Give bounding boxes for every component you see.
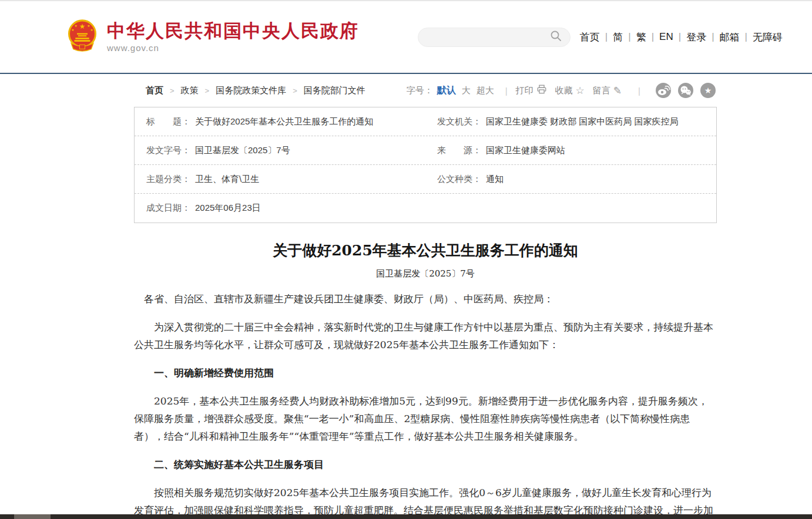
- section-heading: 一、明确新增经费使用范围: [134, 364, 717, 382]
- breadcrumb-separator: >: [205, 86, 210, 95]
- comment-label: 留言: [593, 85, 610, 96]
- font-size-option-2[interactable]: 超大: [477, 85, 494, 95]
- pencil-icon: ✎: [613, 85, 622, 97]
- document-body: 各省、自治区、直辖市及新疆生产建设兵团卫生健康委、财政厅（局）、中医药局、疾控局…: [134, 290, 717, 519]
- breadcrumb-item-2[interactable]: 国务院政策文件库: [216, 85, 286, 96]
- nav-separator: |: [628, 31, 630, 43]
- search-icon[interactable]: [550, 30, 562, 44]
- meta-value: 卫生、体育\卫生: [195, 174, 259, 185]
- nav-separator: |: [745, 31, 747, 43]
- topnav-link-4[interactable]: 登录: [686, 31, 706, 44]
- topnav-link-2[interactable]: 繁: [636, 31, 646, 44]
- qzone-icon[interactable]: ★: [700, 83, 716, 98]
- weibo-icon[interactable]: [656, 83, 671, 98]
- font-size-options: 默认大超大: [434, 85, 497, 97]
- svg-text:★: ★: [87, 24, 90, 28]
- paragraph: 为深入贯彻党的二十届三中全会精神，落实新时代党的卫生与健康工作方针中以基层为重点…: [134, 318, 717, 353]
- meta-value: 国家卫生健康委 财政部 国家中医药局 国家疾控局: [486, 116, 679, 127]
- meta-cell: 主题分类：卫生、体育\卫生: [135, 174, 425, 185]
- meta-value: 国卫基层发〔2025〕7号: [195, 145, 290, 156]
- topnav-link-1[interactable]: 简: [613, 31, 623, 44]
- meta-cell: 来 源：国家卫生健康委网站: [425, 145, 716, 156]
- paragraph: 按照相关服务规范切实做好2025年基本公共卫生服务项目实施工作。强化0～6岁儿童…: [134, 484, 717, 519]
- document-number: 国卫基层发〔2025〕7号: [134, 268, 717, 279]
- meta-value: 国家卫生健康委网站: [486, 145, 565, 156]
- document-title: 关于做好2025年基本公共卫生服务工作的通知: [134, 241, 717, 260]
- topnav-link-3[interactable]: EN: [659, 31, 673, 43]
- main-content: 首页>政策>国务院政策文件库>国务院部门文件 字号： 默认大超大 | 打印 收藏…: [134, 74, 717, 519]
- meta-row-3: 成文日期：2025年06月23日: [135, 194, 716, 223]
- horizontal-scrollbar[interactable]: [0, 514, 812, 519]
- meta-cell: 公文种类：通知: [425, 174, 716, 185]
- svg-text:★: ★: [75, 24, 78, 28]
- comment-button[interactable]: 留言 ✎: [593, 85, 622, 97]
- search-input[interactable]: [418, 28, 571, 47]
- national-emblem-icon: ★ ★ ★ ★ ★: [66, 19, 98, 55]
- meta-value: 通知: [486, 174, 504, 185]
- site-title: 中华人民共和国中央人民政府: [107, 21, 359, 41]
- scrollbar-thumb[interactable]: [14, 514, 51, 519]
- meta-cell: 标 题：关于做好2025年基本公共卫生服务工作的通知: [135, 116, 425, 127]
- site-header: ★ ★ ★ ★ ★ 中华人民共和国中央人民政府 www.gov.cn: [0, 1, 812, 73]
- font-size-option-0[interactable]: 默认: [437, 85, 456, 95]
- toolbar-separator: |: [638, 86, 640, 96]
- breadcrumb: 首页>政策>国务院政策文件库>国务院部门文件: [146, 85, 365, 96]
- meta-row-1: 发文字号：国卫基层发〔2025〕7号来 源：国家卫生健康委网站: [135, 136, 716, 165]
- printer-icon: [536, 84, 547, 97]
- meta-row-2: 主题分类：卫生、体育\卫生公文种类：通知: [135, 165, 716, 194]
- meta-label: 发文字号：: [146, 145, 190, 156]
- meta-cell: 发文字号：国卫基层发〔2025〕7号: [135, 145, 425, 156]
- topnav-link-0[interactable]: 首页: [580, 31, 600, 44]
- document-meta-table: 标 题：关于做好2025年基本公共卫生服务工作的通知发文机关：国家卫生健康委 财…: [134, 107, 717, 223]
- nav-separator: |: [679, 31, 681, 43]
- paragraph: 各省、自治区、直辖市及新疆生产建设兵团卫生健康委、财政厅（局）、中医药局、疾控局…: [134, 290, 717, 308]
- print-label: 打印: [516, 85, 533, 96]
- page-toolbar: 字号： 默认大超大 | 打印 收藏 ☆ 留言 ✎: [407, 83, 716, 98]
- site-logo[interactable]: ★ ★ ★ ★ ★ 中华人民共和国中央人民政府 www.gov.cn: [66, 19, 359, 55]
- breadcrumb-item-3: 国务院部门文件: [304, 85, 365, 96]
- meta-row-0: 标 题：关于做好2025年基本公共卫生服务工作的通知发文机关：国家卫生健康委 财…: [135, 107, 716, 136]
- nav-separator: |: [605, 31, 608, 43]
- meta-label: 公文种类：: [437, 174, 481, 185]
- meta-label: 标 题：: [146, 116, 190, 127]
- breadcrumb-separator: >: [293, 86, 297, 95]
- site-url: www.gov.cn: [107, 43, 359, 53]
- topnav-link-5[interactable]: 邮箱: [720, 31, 740, 44]
- meta-value: 2025年06月23日: [195, 203, 261, 214]
- breadcrumb-item-1[interactable]: 政策: [181, 85, 199, 96]
- meta-label: 来 源：: [437, 145, 481, 156]
- favorite-button[interactable]: 收藏 ☆: [555, 85, 585, 97]
- wechat-icon[interactable]: [678, 83, 693, 98]
- meta-label: 成文日期：: [146, 203, 190, 214]
- svg-text:★: ★: [79, 22, 85, 30]
- meta-label: 发文机关：: [437, 116, 481, 127]
- top-nav: 首页|简|繁|EN|登录|邮箱|无障碍: [580, 31, 783, 44]
- print-button[interactable]: 打印: [516, 84, 547, 97]
- font-size-label: 字号：: [407, 85, 433, 96]
- paragraph: 2025年，基本公共卫生服务经费人均财政补助标准增加5元，达到99元。新增经费用…: [134, 392, 717, 445]
- breadcrumb-item-0[interactable]: 首页: [146, 85, 163, 96]
- meta-cell: 成文日期：2025年06月23日: [135, 203, 425, 214]
- nav-separator: |: [652, 31, 654, 43]
- topnav-link-6[interactable]: 无障碍: [753, 31, 783, 44]
- meta-value: 关于做好2025年基本公共卫生服务工作的通知: [195, 116, 373, 127]
- section-heading: 二、统筹实施好基本公共卫生服务项目: [134, 456, 717, 473]
- svg-text:★: ★: [71, 28, 74, 32]
- meta-label: 主题分类：: [146, 174, 190, 185]
- svg-text:★: ★: [90, 28, 93, 32]
- breadcrumb-toolbar-row: 首页>政策>国务院政策文件库>国务院部门文件 字号： 默认大超大 | 打印 收藏…: [134, 74, 717, 107]
- breadcrumb-separator: >: [170, 86, 175, 95]
- font-size-option-1[interactable]: 大: [462, 85, 471, 95]
- meta-cell: 发文机关：国家卫生健康委 财政部 国家中医药局 国家疾控局: [425, 116, 716, 127]
- nav-separator: |: [712, 31, 714, 43]
- star-icon: ☆: [576, 85, 585, 97]
- toolbar-separator: |: [505, 86, 508, 96]
- favorite-label: 收藏: [555, 85, 573, 96]
